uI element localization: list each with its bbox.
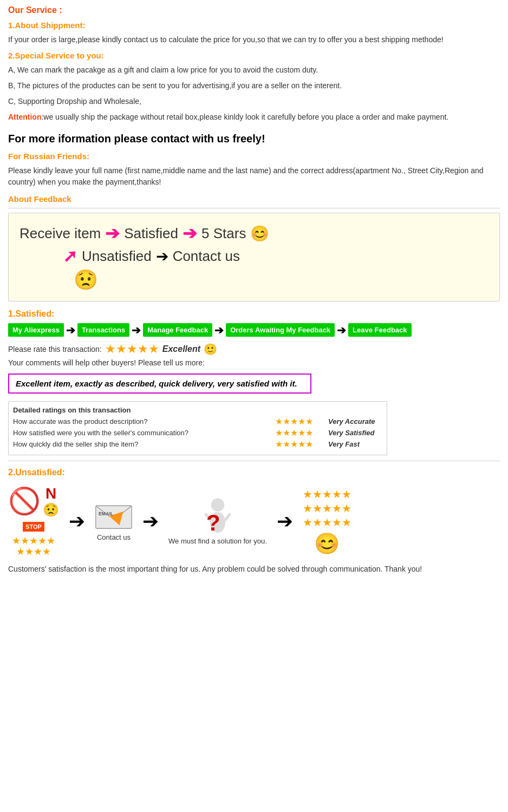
rating-label-3: How quickly did the seller ship the item… [13, 440, 271, 448]
russian-heading: For Russian Friends: [8, 152, 500, 161]
shippment-text: If your order is large,please kindly con… [8, 34, 500, 45]
question-person-icon: ? [201, 496, 234, 534]
diagram-row2: ➚ Unsatisfied ➔ Contact us [19, 246, 489, 266]
attention-text: Attention:we usually ship the package wi… [8, 112, 500, 123]
stop-sign-row: STOP [22, 520, 45, 533]
happy-result-block: ★★★★★ ★★★★★ ★★★★★ 😊 [303, 487, 351, 555]
arrow-icon-2: ➔ [183, 223, 197, 244]
email-envelope-icon: EMAIL [95, 501, 133, 531]
unsat-arrow-2: ➔ [142, 510, 159, 533]
comments-text: Your comments will help other buyers! Pl… [8, 358, 500, 367]
no-symbol-icon: 🚫 [8, 487, 41, 515]
unsat-stars-1: ★★★★★ [12, 536, 55, 547]
ratings-title: Detailed ratings on this transaction [13, 406, 382, 414]
unsat-block-3: ? We must find a solution for you. [168, 496, 267, 546]
smiley-sad-icon: 😟 [74, 269, 98, 291]
step-manage-feedback[interactable]: Manage Feedback [143, 323, 212, 337]
rating-label-2: How satisfied were you with the seller's… [13, 429, 271, 437]
about-feedback-label: About Feedback [8, 194, 500, 204]
result-stars-3: ★★★★★ [303, 515, 351, 529]
svg-text:?: ? [206, 510, 220, 534]
unsatisfied-label-diagram: Unsatisfied [82, 248, 152, 265]
russian-text: Please kindly leave your full name (firs… [8, 165, 500, 188]
n-sad-block: N 😟 [43, 485, 59, 518]
item-c: C, Supporting Dropship and Wholesale, [8, 96, 500, 107]
diagram-row1: Receive item ➔ Satisfied ➔ 5 Stars 😊 [19, 223, 489, 244]
rate-label: Please rate this transaction: [8, 345, 102, 353]
excellent-label: Excellent [162, 344, 200, 354]
sad-face-icon: 😟 [43, 502, 59, 518]
rate-row: Please rate this transaction: ★★★★★ Exce… [8, 342, 500, 356]
rate-smiley-icon: 🙂 [204, 343, 217, 356]
arrow-icon-3: ➔ [156, 247, 168, 265]
svg-line-7 [225, 514, 230, 520]
stop-sign-icon: STOP [22, 521, 45, 533]
divider-2 [8, 461, 500, 461]
step-orders-awaiting[interactable]: Orders Awaiting My Feedback [226, 323, 335, 337]
step-arrow-2: ➔ [132, 324, 141, 337]
rating-desc-2: Very Satisfied [328, 429, 382, 437]
unsatisfied-diagram: 🚫 N 😟 STOP ★★★★★ ★★★★ ➔ EMA [8, 485, 500, 558]
solution-text: We must find a solution for you. [168, 536, 267, 546]
rating-stars-2: ★★★★★ [275, 428, 324, 438]
rate-stars-icon: ★★★★★ [105, 342, 159, 356]
attention-label: Attention [8, 113, 41, 121]
unsat-block-1: 🚫 N 😟 STOP ★★★★★ ★★★★ [8, 485, 59, 558]
smiley-happy-icon: 😊 [250, 225, 269, 243]
unsat-stars-row: ★★★★★ ★★★★ [12, 536, 55, 558]
rating-row-3: How quickly did the seller ship the item… [13, 439, 382, 449]
step-leave-feedback[interactable]: Leave Feedback [348, 323, 411, 337]
item-a: A, We can mark the pacakge as a gift and… [8, 64, 500, 76]
step-arrow-4: ➔ [337, 324, 346, 337]
arrow-icon-1: ➔ [105, 223, 120, 244]
result-stars-2: ★★★★★ [303, 501, 351, 515]
rating-desc-1: Very Accurate [328, 417, 382, 425]
step-arrow-1: ➔ [66, 324, 75, 337]
unsat-arrow-1: ➔ [69, 510, 85, 533]
diagonal-arrow-icon: ➚ [63, 246, 77, 266]
unsat-block-4: ★★★★★ ★★★★★ ★★★★★ 😊 [303, 487, 351, 555]
special-service-heading: 2.Special Service to you: [8, 51, 500, 60]
result-stars-1: ★★★★★ [303, 487, 351, 501]
item-b: B, The pictures of the productes can be … [8, 80, 500, 91]
rating-row-1: How accurate was the product description… [13, 416, 382, 427]
rating-stars-3: ★★★★★ [275, 439, 324, 449]
five-stars-label: 5 Stars [201, 225, 246, 242]
no-symbol-container: 🚫 [8, 486, 41, 516]
rating-stars-1: ★★★★★ [275, 416, 324, 427]
rating-desc-3: Very Fast [328, 440, 382, 448]
our-service-heading: Our Service : [8, 5, 500, 15]
step-arrow-3: ➔ [214, 324, 224, 337]
attention-body: :we usually ship the package without ret… [41, 113, 448, 121]
unsat-arrow-3: ➔ [277, 510, 293, 533]
unsatisfied-heading: 2.Unsatisfied: [8, 468, 500, 477]
step-my-aliexpress[interactable]: My Aliexpress [8, 323, 64, 337]
feedback-example-box: Excellent item, exactly as described, qu… [8, 374, 311, 394]
sad-smiley-row: 😟 [19, 269, 489, 291]
n-letter: N [45, 485, 56, 502]
divider-1 [8, 208, 500, 208]
svg-text:EMAIL: EMAIL [99, 511, 114, 516]
unsat-icons-row: 🚫 N 😟 [8, 485, 59, 518]
receive-item-label: Receive item [19, 225, 101, 242]
unsat-stars-2: ★★★★ [12, 547, 55, 558]
contact-us-label-diagram: Contact us [173, 248, 240, 265]
result-smiley-icon: 😊 [314, 532, 340, 555]
feedback-diagram: Receive item ➔ Satisfied ➔ 5 Stars 😊 ➚ U… [8, 213, 500, 302]
contact-heading: For more iformation please contact with … [8, 133, 500, 145]
shippment-heading: 1.About Shippment: [8, 21, 500, 30]
satisfied-label-diagram: Satisfied [124, 225, 178, 242]
bottom-text: Customers' satisfaction is the most impo… [8, 563, 500, 575]
ratings-table: Detailed ratings on this transaction How… [8, 401, 387, 455]
rating-label-1: How accurate was the product description… [13, 417, 271, 425]
rating-row-2: How satisfied were you with the seller's… [13, 428, 382, 438]
step-transactions[interactable]: Transactions [77, 323, 129, 337]
satisfied-heading: 1.Satisfied: [8, 309, 500, 319]
steps-row: My Aliexpress ➔ Transactions ➔ Manage Fe… [8, 323, 500, 337]
contact-us-unsat-label: Contact us [97, 533, 131, 541]
unsat-block-2: EMAIL Contact us [95, 501, 133, 541]
